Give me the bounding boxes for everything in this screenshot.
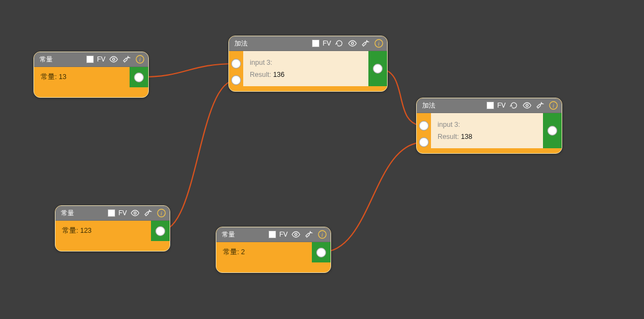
output-port[interactable] — [134, 72, 144, 82]
fv-label: FV — [97, 55, 105, 63]
fv-label: FV — [279, 231, 288, 238]
input-label: input 3: — [250, 59, 272, 66]
wrench-icon[interactable] — [535, 100, 545, 110]
refresh-icon[interactable] — [334, 38, 344, 48]
info-icon[interactable]: i — [135, 54, 145, 64]
node-title: 常量 — [61, 209, 74, 218]
input-port-2[interactable] — [231, 75, 241, 85]
node-title: 常量 — [40, 55, 53, 64]
fv-label: FV — [497, 102, 506, 109]
node-title: 常量 — [222, 230, 235, 239]
const-value: 123 — [80, 227, 92, 234]
output-port[interactable] — [155, 226, 165, 236]
svg-text:i: i — [553, 103, 555, 109]
fv-checkbox[interactable] — [268, 231, 276, 238]
fv-checkbox[interactable] — [312, 40, 320, 47]
output-column — [130, 67, 148, 87]
node-titlebar[interactable]: 常量 FV i — [55, 206, 170, 221]
eye-icon[interactable] — [522, 100, 532, 110]
eye-icon[interactable] — [109, 54, 119, 64]
node-body: 常量: 2 — [216, 242, 312, 262]
const-value: 2 — [241, 248, 245, 256]
fv-checkbox[interactable] — [486, 102, 494, 109]
eye-icon[interactable] — [348, 38, 357, 48]
svg-text:i: i — [139, 57, 141, 63]
svg-point-12 — [526, 104, 528, 107]
output-column — [151, 221, 170, 241]
eye-icon[interactable] — [130, 208, 140, 218]
node-body: input 3: Result: 138 — [431, 113, 543, 148]
node-const123[interactable]: 常量 FV i 常量: 123 — [55, 205, 170, 251]
node-body: 常量: 123 — [55, 221, 151, 241]
wrench-icon[interactable] — [122, 54, 132, 64]
node-add1[interactable]: 加法 FV i input 3: Result: 136 — [228, 36, 388, 92]
output-port[interactable] — [373, 64, 383, 74]
node-body: input 3: Result: 136 — [243, 51, 368, 86]
node-titlebar[interactable]: 常量 FV i — [216, 227, 331, 242]
node-titlebar[interactable]: 加法 FV i — [229, 36, 387, 51]
const-value: 13 — [59, 73, 66, 81]
svg-text:i: i — [378, 41, 380, 47]
result-value: 138 — [461, 133, 472, 141]
node-title: 加法 — [422, 101, 435, 110]
eye-icon[interactable] — [291, 230, 301, 239]
input-port-1[interactable] — [419, 121, 429, 131]
svg-text:i: i — [161, 210, 163, 216]
input-column — [417, 113, 431, 148]
node-titlebar[interactable]: 常量 FV i — [34, 52, 148, 67]
node-graph-canvas[interactable]: 常量 FV i 常量: 13 常量 FV i — [0, 0, 644, 319]
svg-text:i: i — [322, 232, 323, 238]
const-label: 常量: — [41, 73, 57, 81]
output-column — [368, 51, 387, 86]
node-titlebar[interactable]: 加法 FV i — [417, 98, 562, 113]
info-icon[interactable]: i — [374, 38, 384, 48]
svg-point-9 — [351, 42, 354, 44]
refresh-icon[interactable] — [509, 100, 519, 110]
fv-label: FV — [119, 209, 127, 217]
fv-label: FV — [323, 40, 331, 47]
node-const2[interactable]: 常量 FV i 常量: 2 — [216, 227, 331, 273]
node-title: 加法 — [234, 39, 248, 48]
node-const13[interactable]: 常量 FV i 常量: 13 — [33, 52, 149, 98]
result-label: Result: — [438, 133, 459, 141]
wrench-icon[interactable] — [304, 230, 314, 239]
input-column — [229, 51, 243, 86]
wrench-icon[interactable] — [143, 208, 153, 218]
fv-checkbox[interactable] — [108, 209, 115, 217]
info-icon[interactable]: i — [156, 208, 166, 218]
fv-checkbox[interactable] — [86, 55, 94, 63]
svg-point-6 — [295, 233, 297, 236]
info-icon[interactable]: i — [317, 230, 327, 239]
output-column — [312, 242, 331, 262]
node-add2[interactable]: 加法 FV i input 3: Result: 138 — [416, 98, 562, 154]
input-port-2[interactable] — [419, 137, 429, 147]
const-label: 常量: — [62, 227, 78, 234]
info-icon[interactable]: i — [548, 100, 558, 110]
node-body: 常量: 13 — [34, 67, 130, 87]
const-label: 常量: — [223, 248, 239, 256]
input-label: input 3: — [438, 121, 460, 128]
output-column — [543, 113, 562, 148]
result-label: Result: — [250, 71, 271, 79]
input-port-1[interactable] — [231, 59, 241, 69]
svg-point-3 — [134, 212, 136, 214]
svg-point-0 — [113, 58, 115, 60]
output-port[interactable] — [316, 248, 326, 258]
result-value: 136 — [273, 71, 284, 79]
output-port[interactable] — [547, 126, 557, 136]
wrench-icon[interactable] — [361, 38, 371, 48]
